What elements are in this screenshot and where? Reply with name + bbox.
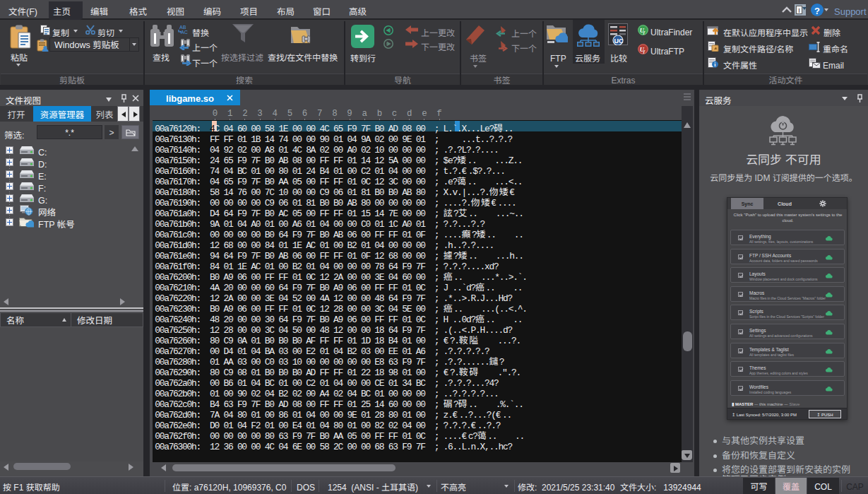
svg-text:AC: AC <box>181 30 188 35</box>
svg-text:AB: AB <box>179 25 186 30</box>
svg-text:i: i <box>714 61 715 68</box>
svg-text:UC: UC <box>614 37 624 45</box>
